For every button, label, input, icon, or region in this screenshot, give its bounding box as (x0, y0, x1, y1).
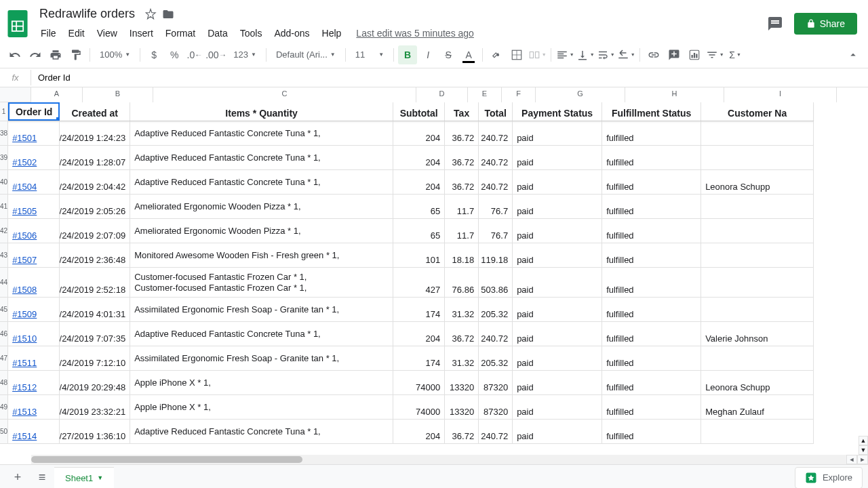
header-cell[interactable]: Tax (445, 102, 479, 121)
cell[interactable]: paid (513, 420, 602, 443)
header-cell[interactable]: Subtotal (393, 102, 445, 121)
cell[interactable]: Ameliorated Ergonomic Wooden Pizza * 1, (130, 195, 393, 218)
cell[interactable]: 11.7 (445, 219, 479, 243)
cell[interactable]: paid (513, 170, 602, 194)
menu-edit[interactable]: Edit (63, 25, 90, 41)
increase-decimal-button[interactable]: .00→ (205, 45, 226, 64)
col-header-E[interactable]: E (468, 87, 502, 102)
cell[interactable]: Apple iPhone X * 1, (130, 371, 393, 394)
cell[interactable]: paid (513, 322, 602, 346)
cell[interactable]: Adaptive Reduced Fantastic Concrete Tuna… (130, 146, 393, 169)
cell[interactable]: paid (513, 146, 602, 169)
cell[interactable]: 1/24/2019 2:05:26 (60, 195, 130, 218)
cell[interactable]: 11.7 (445, 195, 479, 218)
cell[interactable]: fulfilled (602, 121, 701, 145)
paint-format-button[interactable] (66, 45, 85, 64)
row-header[interactable]: 45 (0, 298, 8, 322)
row-header[interactable]: 46 (0, 322, 8, 346)
row-header[interactable]: 40 (0, 170, 8, 195)
row-header[interactable]: 38 (0, 121, 8, 146)
cell[interactable]: fulfilled (602, 322, 701, 346)
cell[interactable]: Assimilated Ergonomic Fresh Soap - Grani… (130, 298, 393, 321)
cell[interactable]: 1/24/2019 1:24:23 (60, 121, 130, 145)
cell[interactable]: 427 (393, 268, 445, 297)
cell[interactable]: 74000 (393, 371, 445, 394)
scroll-down-button[interactable]: ▼ (859, 445, 868, 455)
last-edit-link[interactable]: Last edit was 5 minutes ago (356, 28, 474, 39)
cell[interactable]: #1506 (8, 219, 60, 243)
cell[interactable]: 240.72 (479, 146, 513, 169)
cell[interactable] (701, 298, 814, 321)
cell[interactable]: 65 (393, 219, 445, 243)
cell[interactable]: Customer-focused Fantastic Frozen Car * … (130, 268, 393, 297)
filter-button[interactable]: ▼ (705, 45, 724, 64)
header-cell[interactable]: Order Id (8, 102, 60, 121)
cell[interactable]: Leonora Schupp (701, 170, 814, 194)
font-select[interactable]: Default (Ari...▼ (271, 47, 341, 62)
borders-button[interactable] (507, 45, 526, 64)
cell[interactable]: Adaptive Reduced Fantastic Concrete Tuna… (130, 170, 393, 194)
cell[interactable]: 204 (393, 420, 445, 443)
cell[interactable]: fulfilled (602, 420, 701, 443)
folder-icon[interactable] (162, 8, 174, 20)
document-title[interactable]: Redrawlife orders (35, 5, 139, 22)
cell[interactable]: fulfilled (602, 298, 701, 321)
cell[interactable]: #1508 (8, 268, 60, 297)
row-header[interactable]: 43 (0, 243, 8, 268)
cell[interactable]: 65 (393, 195, 445, 218)
cell[interactable]: paid (513, 346, 602, 370)
horizontal-scrollbar[interactable] (31, 455, 854, 464)
header-cell[interactable]: Payment Status (513, 102, 602, 121)
cell[interactable]: Meghan Zulauf (701, 395, 814, 419)
cell[interactable]: fulfilled (602, 170, 701, 194)
cell[interactable]: 101 (393, 243, 445, 267)
cell[interactable]: Assimilated Ergonomic Fresh Soap - Grani… (130, 346, 393, 370)
header-cell[interactable]: Items * Quantity (130, 102, 393, 121)
share-button[interactable]: Share (794, 13, 857, 35)
collapse-toolbar-button[interactable] (844, 45, 863, 64)
cell[interactable]: paid (513, 195, 602, 218)
header-cell[interactable]: Fulfillment Status (602, 102, 701, 121)
cell[interactable]: #1514 (8, 420, 60, 443)
cell[interactable]: 503.86 (479, 268, 513, 297)
print-button[interactable] (46, 45, 65, 64)
cell[interactable]: 174 (393, 346, 445, 370)
cell[interactable]: 76.7 (479, 195, 513, 218)
cell[interactable]: 1/24/2019 7:07:35 (60, 322, 130, 346)
fx-label[interactable]: fx (0, 70, 31, 85)
vertical-align-button[interactable]: ▼ (576, 45, 595, 64)
explore-button[interactable]: Explore (795, 467, 863, 489)
cell[interactable] (701, 346, 814, 370)
row-header[interactable]: 39 (0, 146, 8, 170)
cell[interactable]: #1511 (8, 346, 60, 370)
col-header-B[interactable]: B (83, 87, 153, 102)
col-header-A[interactable]: A (31, 87, 83, 102)
header-cell[interactable]: Total (479, 102, 513, 121)
menu-format[interactable]: Format (160, 25, 201, 41)
cell[interactable]: 31.32 (445, 346, 479, 370)
cell[interactable]: Monitored Awesome Wooden Fish - Fresh gr… (130, 243, 393, 267)
menu-data[interactable]: Data (202, 25, 233, 41)
formula-input[interactable] (31, 70, 868, 85)
undo-button[interactable] (5, 45, 24, 64)
number-format-select[interactable]: 123▼ (228, 47, 262, 62)
cell[interactable] (701, 420, 814, 443)
cell[interactable]: 36.72 (445, 322, 479, 346)
insert-comment-button[interactable] (665, 45, 684, 64)
menu-help[interactable]: Help (317, 25, 347, 41)
row-header[interactable]: 49 (0, 395, 8, 420)
cell[interactable]: #1509 (8, 298, 60, 321)
text-color-button[interactable]: A (459, 45, 478, 64)
cell[interactable]: #1513 (8, 395, 60, 419)
cell[interactable]: Adaptive Reduced Fantastic Concrete Tuna… (130, 121, 393, 145)
row-header[interactable]: 47 (0, 346, 8, 371)
cell[interactable]: 36.72 (445, 146, 479, 169)
cell[interactable]: 36.72 (445, 170, 479, 194)
decrease-decimal-button[interactable]: .0← (185, 45, 204, 64)
menu-add-ons[interactable]: Add-ons (269, 25, 315, 41)
row-header[interactable]: 42 (0, 219, 8, 243)
menu-insert[interactable]: Insert (124, 25, 159, 41)
menu-tools[interactable]: Tools (235, 25, 268, 41)
comment-icon[interactable] (767, 16, 783, 32)
horizontal-align-button[interactable]: ▼ (555, 45, 574, 64)
